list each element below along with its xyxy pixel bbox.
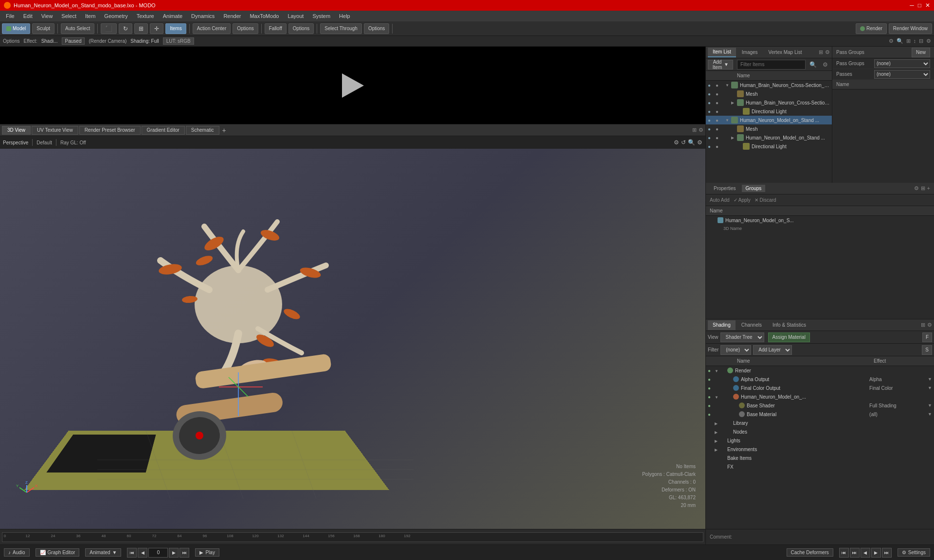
eye-icon[interactable]: ●: [708, 83, 716, 88]
titlebar-controls[interactable]: ─ □ ✕: [910, 2, 930, 9]
tab-info-stats[interactable]: Info & Statistics: [768, 320, 811, 330]
shader-item-render[interactable]: ● ▼ Render: [706, 366, 934, 375]
vis-icon[interactable]: ●: [708, 411, 715, 417]
timeline-ruler[interactable]: 0 12 24 36 48 60 72 84 96 108 120 132 14…: [2, 532, 703, 542]
list-item[interactable]: ● ● ▶ Human_Brain_Neuron_Cross-Section_.…: [706, 98, 832, 107]
tab-gradient-editor[interactable]: Gradient Editor: [142, 126, 185, 135]
menu-item[interactable]: Item: [81, 12, 99, 20]
mode-model-btn[interactable]: Model: [2, 23, 30, 34]
transform-scale-btn[interactable]: ⊞: [134, 23, 148, 34]
menu-layout[interactable]: Layout: [284, 12, 307, 20]
animated-btn[interactable]: Animated ▼: [85, 548, 121, 557]
cache-deformers-btn[interactable]: Cache Deformers: [787, 548, 833, 557]
tab-shading[interactable]: Shading: [708, 320, 736, 330]
expand-ctrl[interactable]: ▶: [715, 420, 721, 426]
viewport-icon2[interactable]: 🔍: [897, 38, 903, 44]
mode-sculpt-btn[interactable]: Sculpt: [32, 23, 54, 34]
expand-icon[interactable]: ▶: [731, 136, 737, 140]
frame-input[interactable]: [148, 548, 168, 558]
view-icon2[interactable]: ⚙: [699, 127, 703, 133]
close-btn[interactable]: ✕: [925, 2, 930, 9]
list-item[interactable]: ● ● ▶ Directional Light: [706, 142, 832, 151]
group-item[interactable]: Human_Neuron_Model_on_S...: [706, 216, 934, 225]
eye-icon[interactable]: ●: [708, 144, 716, 149]
vp-settings-icon[interactable]: ⚙: [674, 139, 679, 146]
prev-frame-btn[interactable]: ⏮: [127, 548, 137, 558]
extra-ctrl-1[interactable]: ⏮: [839, 548, 849, 558]
select-through-btn[interactable]: Select Through: [320, 23, 362, 34]
filter-icon-btn[interactable]: 🔍: [808, 61, 819, 68]
tab-properties[interactable]: Properties: [710, 185, 740, 192]
eye-icon[interactable]: ●: [708, 91, 716, 97]
expand-ctrl[interactable]: ▶: [715, 446, 721, 452]
viewport-icon6[interactable]: ⚙: [926, 38, 931, 44]
render-btn[interactable]: Render: [856, 23, 887, 34]
step-forward-btn[interactable]: ▶: [169, 548, 179, 558]
tab-images[interactable]: Images: [737, 48, 763, 57]
settings-btn[interactable]: ⚙ Settings: [898, 548, 930, 557]
eye-icon[interactable]: ●: [708, 135, 716, 140]
pg-icon3[interactable]: +: [927, 185, 930, 192]
options-btn3[interactable]: Options: [364, 23, 389, 34]
passes-select[interactable]: (none): [874, 70, 930, 79]
options-btn1[interactable]: Options: [233, 23, 258, 34]
tab-vertex-map[interactable]: Vertex Map List: [764, 48, 807, 57]
viewport-icon3[interactable]: ⊞: [906, 38, 911, 44]
shader-item-lights[interactable]: ▶ Lights: [706, 436, 934, 445]
items-btn[interactable]: Items: [165, 23, 186, 34]
extra-ctrl-3[interactable]: ◀: [861, 548, 870, 558]
list-item[interactable]: ● ● ▶ Mesh: [706, 89, 832, 98]
preview-play-btn[interactable]: [342, 73, 364, 98]
s-btn[interactable]: S: [922, 345, 932, 355]
pg-icon2[interactable]: ⊞: [921, 185, 925, 192]
3d-viewport[interactable]: Perspective Default Ray GL: Off ⚙ ↺ 🔍 ⚙: [0, 136, 705, 529]
tab-render-preset[interactable]: Render Preset Browser: [79, 126, 141, 135]
auto-select-btn[interactable]: Auto Select: [61, 23, 94, 34]
menu-geometry[interactable]: Geometry: [100, 12, 131, 20]
expand-ctrl[interactable]: ▼: [715, 394, 721, 400]
menu-view[interactable]: View: [37, 12, 57, 20]
menu-file[interactable]: File: [2, 12, 18, 20]
shader-item-nodes[interactable]: ▶ Nodes: [706, 427, 934, 436]
shading-icon1[interactable]: ⊞: [921, 322, 925, 328]
extra-ctrl-5[interactable]: ⏭: [882, 548, 892, 558]
menu-help[interactable]: Help: [335, 12, 354, 20]
transform-move-btn[interactable]: ⬛: [101, 23, 117, 34]
options-btn2[interactable]: Options: [288, 23, 314, 34]
shader-item-environments[interactable]: ▶ Environments: [706, 445, 934, 454]
panel-settings-icon-btn[interactable]: ⚙: [821, 61, 830, 68]
menu-dynamics[interactable]: Dynamics: [187, 12, 218, 20]
viewport-icon1[interactable]: ⚙: [889, 38, 894, 44]
eye-icon[interactable]: ●: [708, 118, 716, 123]
expand-ctrl[interactable]: ▼: [715, 368, 721, 373]
default-label[interactable]: Default: [36, 140, 52, 145]
vp-reset-icon[interactable]: ↺: [681, 139, 686, 146]
transform-all-btn[interactable]: ✛: [150, 23, 163, 34]
expand-icon[interactable]: ▶: [731, 101, 737, 105]
viewport-icon5[interactable]: ⊟: [919, 38, 923, 44]
vis-icon[interactable]: ●: [708, 394, 715, 400]
list-item-selected[interactable]: ● ● ▼ Human_Neuron_Model_on_Stand ...: [706, 116, 832, 124]
vp-search-icon[interactable]: 🔍: [688, 139, 695, 146]
ray-gl-label[interactable]: Ray GL: Off: [60, 140, 86, 145]
list-item[interactable]: ● ● ▶ Mesh: [706, 124, 832, 133]
extra-ctrl-4[interactable]: ▶: [871, 548, 881, 558]
tab-item-list[interactable]: Item List: [708, 48, 736, 57]
step-back-btn[interactable]: ◀: [138, 548, 147, 558]
menu-render[interactable]: Render: [219, 12, 245, 20]
falloff-btn[interactable]: Falloff: [265, 23, 287, 34]
expand-icon[interactable]: ▼: [725, 118, 731, 122]
shader-item-library[interactable]: ▶ Library: [706, 419, 934, 427]
shader-item-base-shader[interactable]: ● ▶ Base Shader Full Shading ▼: [706, 401, 934, 410]
shader-item-material[interactable]: ● ▼ Human_Neuron_Model_on_...: [706, 392, 934, 401]
list-item[interactable]: ● ● ▶ Directional Light: [706, 107, 832, 116]
paused-btn[interactable]: Paused: [62, 37, 85, 45]
tab-schematic[interactable]: Schematic: [186, 126, 219, 135]
render-window-btn[interactable]: Render Window: [889, 23, 932, 34]
shading-icon2[interactable]: ⚙: [927, 322, 932, 328]
tab-groups[interactable]: Groups: [742, 185, 766, 192]
tab-uv-texture[interactable]: UV Texture View: [32, 126, 78, 135]
f-btn[interactable]: F: [922, 332, 932, 342]
list-item[interactable]: ● ● ▶ Human_Neuron_Model_on_Stand ...: [706, 133, 832, 142]
vis-icon[interactable]: ●: [708, 402, 715, 408]
